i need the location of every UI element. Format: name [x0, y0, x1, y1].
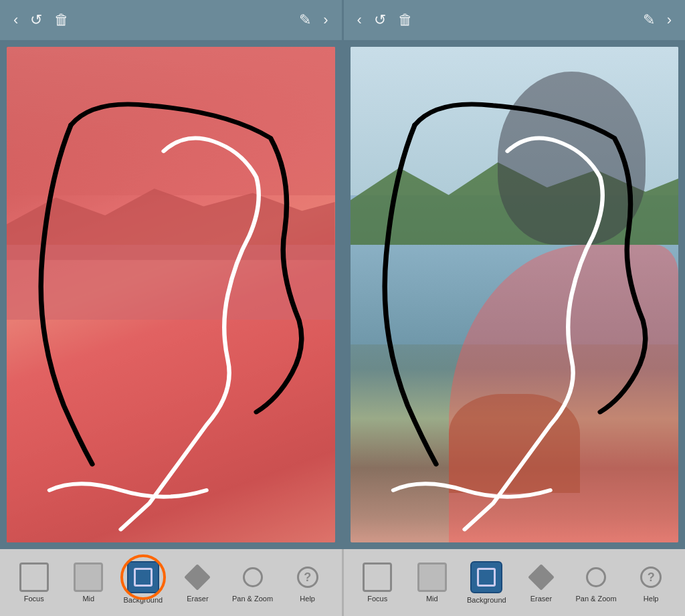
main-content [0, 40, 685, 549]
left-focus-label: Focus [24, 595, 44, 603]
left-toolbar: Focus Mid Background Eraser [0, 549, 342, 616]
right-panel-top: ‹ ↺ 🗑 ✎ › [344, 0, 686, 40]
left-help-label: Help [300, 595, 315, 603]
left-delete-button[interactable]: 🗑 [54, 11, 69, 29]
left-help-icon: ? [293, 562, 322, 592]
left-undo-button[interactable]: ↺ [30, 11, 42, 29]
right-mid-icon [417, 562, 447, 592]
right-tool-mid[interactable]: Mid [412, 562, 452, 603]
right-background-icon [470, 561, 502, 593]
right-back-button[interactable]: ‹ [357, 11, 362, 29]
right-panel [344, 40, 686, 549]
left-panel-top: ‹ ↺ 🗑 ✎ › [0, 0, 342, 40]
left-focus-icon [19, 562, 49, 592]
left-tool-pan-zoom[interactable]: Pan & Zoom [232, 562, 273, 603]
right-eraser-label: Eraser [530, 595, 552, 603]
left-eraser-diamond [185, 564, 211, 591]
right-focus-label: Focus [367, 595, 387, 603]
right-help-icon: ? [636, 562, 666, 592]
left-help-circle: ? [297, 567, 318, 588]
left-mid-icon [74, 562, 103, 592]
right-toolbar: Focus Mid Background Eraser Pan & Zoom [344, 549, 686, 616]
left-photo [7, 47, 335, 542]
right-pan-zoom-icon [581, 562, 611, 592]
left-background-inner-square [134, 568, 153, 587]
bottom-bar: Focus Mid Background Eraser [0, 549, 685, 616]
right-top-icons-right: ✎ › [643, 11, 672, 29]
left-eraser-icon [183, 562, 212, 592]
left-panel [0, 40, 342, 549]
right-pencil-button[interactable]: ✎ [643, 11, 655, 29]
left-background-label: Background [124, 596, 163, 604]
right-forward-button[interactable]: › [667, 11, 672, 29]
right-pan-zoom-circle [586, 567, 606, 587]
right-mid-label: Mid [426, 595, 438, 603]
left-mid-label: Mid [82, 595, 94, 603]
right-photo-container [351, 47, 679, 542]
left-top-icons-right: ✎ › [299, 11, 328, 29]
right-tool-help[interactable]: ? Help [631, 562, 671, 603]
right-pan-zoom-label: Pan & Zoom [575, 595, 616, 603]
left-tool-help[interactable]: ? Help [288, 562, 328, 603]
left-forward-button[interactable]: › [323, 11, 328, 29]
right-tool-background[interactable]: Background [466, 561, 506, 604]
left-back-button[interactable]: ‹ [13, 11, 18, 29]
right-tool-eraser[interactable]: Eraser [521, 562, 561, 603]
right-help-circle: ? [640, 567, 662, 588]
left-pan-zoom-circle [243, 567, 263, 587]
right-photo [351, 47, 679, 542]
left-pan-zoom-label: Pan & Zoom [232, 595, 273, 603]
left-photo-container [7, 47, 335, 542]
right-undo-button[interactable]: ↺ [374, 11, 386, 29]
right-background-inner-square [477, 568, 496, 587]
left-pan-zoom-icon [238, 562, 268, 592]
left-tool-eraser[interactable]: Eraser [177, 562, 217, 603]
right-help-label: Help [644, 595, 659, 603]
right-delete-button[interactable]: 🗑 [398, 11, 413, 29]
left-tool-mid[interactable]: Mid [68, 562, 108, 603]
left-background-icon [127, 561, 159, 593]
left-tool-focus[interactable]: Focus [14, 562, 54, 603]
right-background-label: Background [467, 596, 506, 604]
right-eraser-diamond [528, 564, 555, 591]
right-eraser-icon [526, 562, 556, 592]
left-tool-background[interactable]: Background [123, 561, 163, 604]
right-focus-icon [363, 562, 392, 592]
left-pencil-button[interactable]: ✎ [299, 11, 311, 29]
left-eraser-label: Eraser [187, 595, 208, 603]
right-tool-focus[interactable]: Focus [357, 562, 397, 603]
left-top-icons: ‹ ↺ 🗑 [13, 11, 69, 29]
top-bar: ‹ ↺ 🗑 ✎ › ‹ ↺ 🗑 ✎ › [0, 0, 685, 40]
right-tool-pan-zoom[interactable]: Pan & Zoom [575, 562, 616, 603]
right-top-icons: ‹ ↺ 🗑 [357, 11, 413, 29]
